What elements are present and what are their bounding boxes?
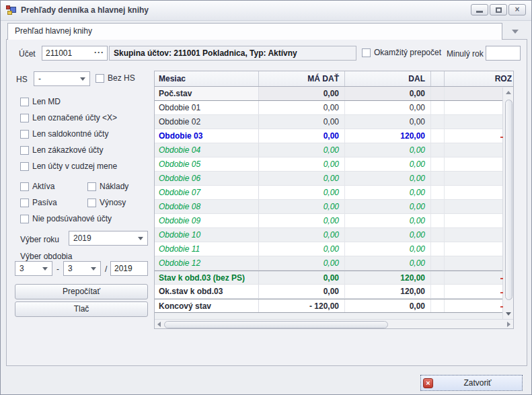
table-row[interactable]: Obdobie 07 0,00 0,00 [155, 186, 513, 200]
checkbox-label: Len účty v cudzej mene [32, 161, 117, 171]
cell-month: Obdobie 03 [155, 129, 259, 143]
cell-spacer [431, 143, 445, 157]
table-row-current-period[interactable]: Obdobie 03 0,00 120,00 [155, 129, 513, 143]
tab-list-dropdown-button[interactable] [506, 25, 524, 38]
print-button[interactable]: Tlač [15, 301, 148, 317]
account-browse-button[interactable]: ··· [94, 46, 104, 59]
form-icon-yellow-square [7, 11, 12, 15]
hs-select[interactable]: - [34, 71, 90, 86]
table-row[interactable]: Obdobie 10 0,00 0,00 [155, 228, 513, 242]
period-from-select[interactable]: 3 [15, 261, 52, 276]
checkbox-bez-hs[interactable]: Bez HS [96, 73, 135, 83]
scroll-right-arrow-icon[interactable] [507, 322, 510, 327]
cell-credit: 0,00 [345, 186, 431, 199]
table-row[interactable]: Obdobie 04 0,00 0,00 [155, 143, 513, 157]
cell-debit: 0,00 [259, 242, 345, 256]
cell-spacer [431, 172, 445, 185]
cell-spacer [431, 200, 445, 213]
column-header-credit[interactable]: DAL [345, 71, 431, 86]
window-title: Prehľady denníka a hlavnej knihy [21, 5, 149, 15]
cell-credit: 120,00 [345, 285, 431, 298]
table-row[interactable]: Obdobie 12 0,00 0,00 [155, 256, 513, 271]
checkbox-only-md[interactable]: Len MD [20, 97, 61, 106]
table-row[interactable]: Obdobie 09 0,00 0,00 [155, 214, 513, 228]
cell-debit: 0,00 [259, 285, 345, 298]
scroll-left-arrow-icon[interactable] [157, 322, 161, 327]
checkbox-liabilities[interactable]: Pasíva [20, 198, 57, 207]
period-to-select[interactable]: 3 [63, 261, 101, 276]
checkbox-label: Aktíva [32, 182, 54, 191]
cell-month: Ok.stav k obd.03 [155, 285, 259, 298]
minimize-button[interactable] [471, 4, 488, 15]
checkbox-only-foreign-currency[interactable]: Len účty v cudzej mene [20, 161, 117, 171]
cell-debit: 0,00 [259, 115, 345, 129]
close-button[interactable]: × [508, 4, 526, 15]
table-row-final-balance[interactable]: Koncový stav - 120,00 0,00 [155, 299, 513, 313]
maximize-button[interactable] [490, 4, 507, 15]
table-row[interactable]: Obdobie 11 0,00 0,00 [155, 242, 513, 256]
table-row[interactable]: Obdobie 08 0,00 0,00 [155, 200, 513, 214]
ledger-table: Mesiac MÁ DAŤ DAL ROZ Poč.stav 0,00 0,00… [154, 71, 514, 329]
checkbox-only-saldo-accounts[interactable]: Len saldokontné účty [20, 129, 108, 139]
checkbox-only-order-accounts[interactable]: Len zákazkové účty [20, 145, 103, 155]
clipped-negative-value [500, 292, 503, 293]
cell-spacer [431, 228, 445, 242]
cell-credit: 0,00 [345, 256, 431, 270]
cell-month: Obdobie 02 [155, 115, 259, 129]
account-input[interactable]: 211001 ··· [42, 46, 108, 61]
checkbox-revenues[interactable]: Výnosy [87, 198, 126, 207]
period-year-input[interactable] [110, 261, 148, 276]
cell-month: Stav k obd.03 (bez PS) [155, 271, 259, 284]
scroll-up-arrow-icon[interactable] [506, 91, 511, 94]
scroll-down-arrow-icon[interactable] [506, 312, 511, 316]
cell-spacer [431, 271, 445, 284]
vertical-scrollbar[interactable] [502, 87, 514, 319]
tab-page: Účet 211001 ··· Skupina účtov: 211001 Po… [6, 39, 527, 366]
table-row[interactable]: Obdobie 01 0,00 0,00 [155, 101, 513, 115]
column-header-spacer [431, 71, 445, 86]
table-row[interactable]: Obdobie 02 0,00 0,00 [155, 115, 513, 129]
cell-spacer [431, 129, 445, 143]
previous-year-input[interactable] [486, 46, 521, 61]
cell-debit: 0,00 [259, 129, 345, 143]
horizontal-scrollbar[interactable] [155, 319, 513, 329]
checkbox-box [20, 215, 29, 223]
account-label: Účet [19, 49, 36, 59]
column-header-debit[interactable]: MÁ DAŤ [259, 71, 345, 86]
vertical-scrollbar-thumb[interactable] [505, 100, 512, 300]
cell-month: Obdobie 06 [155, 172, 259, 185]
checkbox-box [20, 98, 29, 106]
cell-month: Obdobie 01 [155, 101, 259, 114]
cell-month: Obdobie 07 [155, 186, 259, 199]
column-header-month[interactable]: Mesiac [155, 71, 259, 86]
checkbox-instant-recalc[interactable]: Okamžitý prepočet [362, 48, 441, 57]
table-row-subtotal[interactable]: Stav k obd.03 (bez PS) 0,00 120,00 [155, 271, 513, 285]
cell-spacer [431, 186, 445, 199]
cell-debit: 0,00 [259, 172, 345, 185]
recalculate-button[interactable]: Prepočítať [15, 284, 148, 299]
checkbox-only-marked-accounts[interactable]: Len označené účty <X> [20, 113, 117, 122]
cell-credit: 0,00 [345, 101, 431, 114]
table-row[interactable]: Obdobie 06 0,00 0,00 [155, 172, 513, 186]
table-row-opening-balance[interactable]: Poč.stav 0,00 0,00 [155, 87, 513, 101]
close-dialog-button[interactable]: × Zatvoriť [420, 375, 523, 391]
checkbox-assets[interactable]: Aktíva [20, 182, 54, 191]
table-row-ok-state[interactable]: Ok.stav k obd.03 0,00 120,00 [155, 285, 513, 299]
cell-credit: 120,00 [345, 129, 431, 143]
cell-debit: 0,00 [259, 214, 345, 227]
previous-year-label: Minulý rok [447, 49, 484, 59]
checkbox-not-offbalance[interactable]: Nie podsúvahové účty [20, 214, 112, 223]
table-row[interactable]: Obdobie 05 0,00 0,00 [155, 157, 513, 172]
horizontal-scrollbar-thumb[interactable] [164, 321, 388, 328]
chevron-down-icon [42, 267, 48, 271]
title-bar[interactable]: Prehľady denníka a hlavnej knihy × [1, 1, 531, 21]
cell-credit: 0,00 [345, 228, 431, 242]
chevron-down-icon [80, 77, 85, 81]
checkbox-costs[interactable]: Náklady [87, 182, 128, 191]
tab-label: Prehľad hlavnej knihy [15, 26, 92, 36]
tab-main-ledger-overview[interactable]: Prehľad hlavnej knihy [7, 23, 502, 40]
checkbox-box [20, 130, 29, 139]
cell-month: Obdobie 08 [155, 200, 259, 213]
column-header-diff[interactable]: ROZ [445, 71, 513, 86]
year-select[interactable]: 2019 [69, 231, 148, 246]
